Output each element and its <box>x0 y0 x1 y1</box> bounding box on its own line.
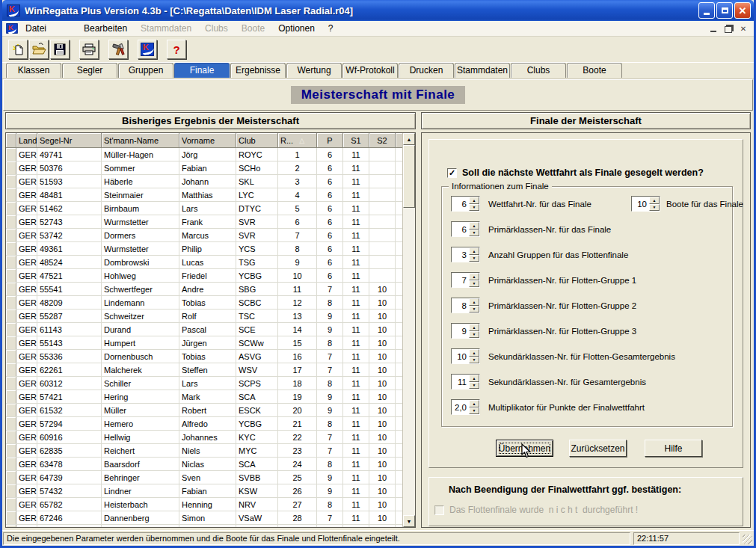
row-selector[interactable] <box>6 498 16 511</box>
spinner-up-button[interactable]: ▲ <box>469 197 479 204</box>
row-selector[interactable] <box>6 484 16 497</box>
spinner-up-button[interactable]: ▲ <box>469 324 479 331</box>
spinner-input[interactable]: 11 ▲ ▼ <box>451 374 480 390</box>
menu-item[interactable]: Bearbeiten <box>77 22 134 35</box>
table-row[interactable]: GER 57421 Hering Mark SCA 19 9 11 10 <box>6 390 402 404</box>
mdi-minimize-button[interactable] <box>707 23 719 34</box>
table-row[interactable]: GER 55336 Dornenbusch Tobias ASVG 16 7 1… <box>6 350 402 363</box>
row-selector[interactable] <box>6 350 16 363</box>
spinner-up-button[interactable]: ▲ <box>469 349 479 357</box>
table-row[interactable]: GER 52743 Wurmstetter Frank SVR 6 6 11 <box>6 215 402 229</box>
scrollbar-thumb[interactable] <box>403 145 415 208</box>
spinner-input[interactable]: 6 ▲ ▼ <box>451 221 480 237</box>
spinner-down-button[interactable]: ▼ <box>649 204 660 212</box>
vertical-scrollbar[interactable]: ▲ ▼ <box>402 133 415 527</box>
table-row[interactable]: GER 55143 Humpert Jürgen SCWw 15 8 11 10 <box>6 336 402 350</box>
table-row[interactable]: GER 66267 Heberlein Christian SCS 29 7 1… <box>6 525 402 527</box>
row-selector[interactable] <box>6 431 16 443</box>
table-row[interactable]: GER 64739 Behringer Sven SVBB 25 9 11 10 <box>6 471 402 484</box>
row-selector[interactable] <box>6 188 16 201</box>
spinner-input[interactable]: 10 ▲ ▼ <box>451 348 480 364</box>
tab[interactable]: Gruppen <box>118 63 173 78</box>
hilfe-button[interactable]: Hilfe <box>645 440 702 457</box>
row-selector[interactable] <box>6 148 16 161</box>
row-selector[interactable] <box>6 296 16 309</box>
row-selector[interactable] <box>6 471 16 484</box>
row-selector[interactable] <box>6 511 16 524</box>
spinner-down-button[interactable]: ▼ <box>469 357 479 364</box>
row-selector[interactable] <box>6 242 16 255</box>
row-selector[interactable] <box>6 458 16 470</box>
print-button[interactable] <box>79 40 99 59</box>
finale-checkbox[interactable]: ✓ Soll die nächste Wettfahrt als Finale … <box>447 167 704 178</box>
help-button[interactable]: ? <box>167 40 186 59</box>
spinner-input[interactable]: 6 ▲ ▼ <box>451 196 480 212</box>
table-row[interactable]: GER 48524 Dombrowski Lucas TSG 9 6 11 <box>6 256 402 269</box>
table-row[interactable]: GER 65782 Heisterbach Henning NRV 27 8 1… <box>6 498 402 511</box>
row-selector[interactable] <box>6 215 16 228</box>
table-row[interactable]: GER 55287 Schweitzer Rolf TSC 13 9 11 10 <box>6 310 402 323</box>
table-row[interactable]: GER 50376 Sommer Fabian SCHo 2 6 11 <box>6 161 402 175</box>
tab[interactable]: Boote <box>567 63 622 78</box>
column-header-rang[interactable]: R...△ <box>278 133 317 148</box>
scroll-down-button[interactable]: ▼ <box>403 515 415 527</box>
row-selector[interactable] <box>6 283 16 295</box>
tab[interactable]: Wf-Protokoll <box>342 63 398 78</box>
row-selector[interactable] <box>6 161 16 174</box>
new-file-button[interactable] <box>8 40 28 59</box>
row-selector[interactable] <box>6 444 16 457</box>
table-row[interactable]: GER 67246 Dannenberg Simon VSaW 28 7 11 … <box>6 511 402 525</box>
row-selector[interactable] <box>6 377 16 390</box>
row-selector[interactable] <box>6 404 16 416</box>
spinner-down-button[interactable]: ▼ <box>469 306 479 313</box>
table-row[interactable]: GER 63478 Baarsdorf Niclas SCA 24 8 11 1… <box>6 458 402 471</box>
spinner-up-button[interactable]: ▲ <box>469 400 479 407</box>
table-row[interactable]: GER 47521 Hohlweg Friedel YCBG 10 6 11 <box>6 269 402 283</box>
table-row[interactable]: GER 49741 Müller-Hagen Jörg ROYC 1 6 11 <box>6 148 402 161</box>
checkbox-checked-icon[interactable]: ✓ <box>447 168 457 178</box>
minimize-button[interactable] <box>698 2 715 19</box>
menu-item[interactable]: Optionen <box>271 22 322 35</box>
row-selector[interactable] <box>6 269 16 282</box>
uebernehmen-button[interactable]: Übernehmen <box>496 440 553 457</box>
maximize-button[interactable] <box>716 2 733 19</box>
row-selector[interactable] <box>6 323 16 336</box>
spinner-down-button[interactable]: ▼ <box>469 230 479 237</box>
spinner-up-button[interactable]: ▲ <box>469 375 479 382</box>
tab[interactable]: Finale <box>174 63 230 78</box>
spinner-down-button[interactable]: ▼ <box>469 331 479 339</box>
spinner-input[interactable]: 2,0 ▲ ▼ <box>451 399 480 415</box>
boote-spinner-input[interactable]: 10 ▲ ▼ <box>631 196 660 212</box>
winregatta-button[interactable]: K <box>138 40 157 59</box>
row-selector[interactable] <box>6 417 16 430</box>
tab[interactable]: Segler <box>62 63 117 78</box>
spinner-down-button[interactable]: ▼ <box>469 382 479 390</box>
open-file-button[interactable] <box>29 40 49 59</box>
mdi-restore-button[interactable] <box>722 23 734 34</box>
spinner-input[interactable]: 7 ▲ ▼ <box>451 272 480 288</box>
menu-item[interactable]: Datei <box>19 22 53 35</box>
table-row[interactable]: GER 51593 Häberle Johann SKL 3 6 11 <box>6 175 402 188</box>
close-button[interactable]: ✕ <box>734 2 751 19</box>
spinner-down-button[interactable]: ▼ <box>469 407 479 415</box>
spinner-input[interactable]: 9 ▲ ▼ <box>451 323 480 339</box>
spinner-up-button[interactable]: ▲ <box>469 222 479 230</box>
spinner-up-button[interactable]: ▲ <box>469 247 479 255</box>
menu-item[interactable]: Boote <box>235 22 271 35</box>
column-header-segelnr[interactable]: Segel-Nr <box>37 133 102 148</box>
menu-item[interactable]: Clubs <box>198 22 235 35</box>
table-row[interactable]: GER 62261 Malcherek Steffen WSV 17 7 11 … <box>6 363 402 377</box>
tab[interactable]: Ergebnisse <box>230 63 286 78</box>
row-selector[interactable] <box>6 310 16 322</box>
table-row[interactable]: GER 62835 Reichert Niels MYC 23 7 11 10 <box>6 444 402 458</box>
spinner-input[interactable]: 3 ▲ ▼ <box>451 247 480 262</box>
column-header-land[interactable]: Land <box>16 133 37 148</box>
row-selector[interactable] <box>6 390 16 403</box>
row-selector[interactable] <box>6 202 16 215</box>
column-header-club[interactable]: Club <box>236 133 278 148</box>
tab[interactable]: Drucken <box>399 63 454 78</box>
column-header-s2[interactable]: S2 <box>369 133 396 148</box>
column-header-s1[interactable]: S1 <box>343 133 369 148</box>
tab[interactable]: Wertung <box>286 63 342 78</box>
settings-button[interactable] <box>108 40 128 59</box>
